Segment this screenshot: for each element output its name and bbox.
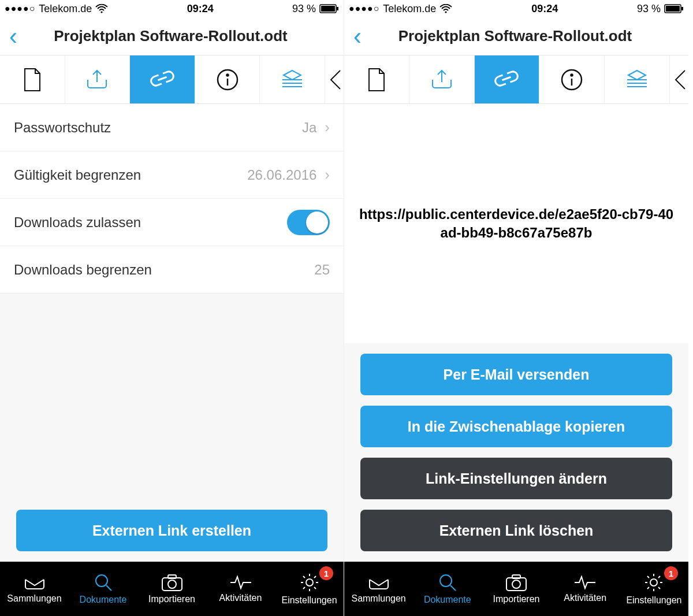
- status-bar: ●●●●○ Telekom.de 09:24 93 %: [344, 0, 688, 17]
- action-tabs: [0, 55, 344, 104]
- spacer: [0, 294, 344, 499]
- tab-file[interactable]: [344, 55, 409, 103]
- toggle-downloads[interactable]: [287, 210, 330, 235]
- page-title: Projektplan Software-Rollout.odt: [22, 27, 339, 45]
- carrier-label: Telekom.de: [39, 3, 92, 15]
- clipboard-button[interactable]: In die Zwischenablage kopieren: [360, 406, 672, 447]
- phone-left: ●●●●○ Telekom.de 09:24 93 % ‹ Projektpla…: [0, 0, 344, 616]
- svg-point-17: [440, 575, 452, 587]
- svg-point-6: [96, 575, 107, 587]
- svg-point-8: [168, 580, 176, 588]
- back-button[interactable]: ‹: [349, 24, 366, 49]
- row-value: Ja: [302, 120, 316, 136]
- battery-icon: [664, 4, 684, 13]
- tab-link[interactable]: [475, 55, 540, 103]
- notification-badge: 1: [664, 566, 678, 580]
- carrier-label: Telekom.de: [383, 3, 436, 15]
- row-downloads-limit[interactable]: Downloads begrenzen 25: [0, 246, 344, 294]
- chevron-right-icon: ›: [325, 118, 330, 136]
- row-downloads-allow: Downloads zulassen: [0, 199, 344, 246]
- tab-aktivitaeten[interactable]: Aktivitäten: [551, 562, 620, 616]
- phone-right: ●●●●○ Telekom.de 09:24 93 % ‹ Projektpla…: [344, 0, 688, 616]
- tab-sammlungen[interactable]: Sammlungen: [0, 562, 69, 616]
- svg-point-19: [512, 580, 520, 588]
- svg-rect-3: [337, 7, 338, 10]
- clock-label: 09:24: [187, 3, 214, 15]
- email-button[interactable]: Per E-Mail versenden: [360, 354, 672, 395]
- tab-einstellungen[interactable]: Einstellungen 1: [275, 562, 344, 616]
- button-area: Externen Link erstellen: [0, 499, 344, 562]
- battery-icon: [319, 4, 339, 13]
- notification-badge: 1: [319, 566, 333, 580]
- svg-point-11: [445, 11, 447, 13]
- svg-rect-13: [666, 6, 680, 12]
- wifi-icon: [95, 4, 108, 13]
- chevron-right-icon: ›: [325, 166, 330, 184]
- svg-point-0: [101, 11, 103, 13]
- tab-einstellungen[interactable]: Einstellungen 1: [620, 562, 688, 616]
- tab-share[interactable]: [65, 55, 131, 103]
- clock-label: 09:24: [531, 3, 558, 15]
- row-label: Gültigkeit begrenzen: [14, 167, 141, 183]
- tab-sammlungen[interactable]: Sammlungen: [344, 562, 413, 616]
- row-validity[interactable]: Gültigkeit begrenzen 26.06.2016›: [0, 151, 344, 199]
- link-display-area: https://public.centerdevice.de/e2ae5f20-…: [344, 104, 688, 343]
- bottom-tabbar: Sammlungen Dokumente Importieren Aktivit…: [344, 562, 688, 616]
- row-password[interactable]: Passwortschutz Ja›: [0, 104, 344, 151]
- svg-rect-14: [681, 7, 683, 10]
- tab-stack[interactable]: [260, 55, 325, 103]
- row-value: 26.06.2016: [247, 167, 316, 183]
- tab-info[interactable]: [539, 55, 605, 103]
- wifi-icon: [439, 4, 452, 13]
- tab-importieren[interactable]: Importieren: [482, 562, 550, 616]
- action-tabs: [344, 55, 688, 104]
- tab-dokumente[interactable]: Dokumente: [69, 562, 137, 616]
- svg-point-21: [650, 579, 657, 586]
- delete-link-button[interactable]: Externen Link löschen: [360, 510, 672, 551]
- row-label: Downloads begrenzen: [14, 262, 152, 278]
- tab-overflow[interactable]: [325, 55, 344, 103]
- tab-aktivitaeten[interactable]: Aktivitäten: [206, 562, 275, 616]
- tab-share[interactable]: [409, 55, 475, 103]
- nav-header: ‹ Projektplan Software-Rollout.odt: [0, 17, 344, 55]
- svg-rect-2: [321, 6, 335, 12]
- signal-dots-icon: ●●●●○: [5, 3, 35, 14]
- status-bar: ●●●●○ Telekom.de 09:24 93 %: [0, 0, 344, 17]
- row-label: Passwortschutz: [14, 120, 111, 136]
- tab-stack[interactable]: [605, 55, 670, 103]
- nav-header: ‹ Projektplan Software-Rollout.odt: [344, 17, 688, 55]
- tab-link[interactable]: [130, 55, 195, 103]
- svg-rect-9: [168, 575, 176, 578]
- link-settings-list: Passwortschutz Ja› Gültigkeit begrenzen …: [0, 104, 344, 294]
- tab-importieren[interactable]: Importieren: [137, 562, 206, 616]
- button-area: Per E-Mail versenden In die Zwischenabla…: [344, 343, 688, 562]
- signal-dots-icon: ●●●●○: [349, 3, 379, 14]
- row-label: Downloads zulassen: [14, 214, 141, 231]
- link-settings-button[interactable]: Link-Einstellungen ändern: [360, 458, 672, 499]
- create-link-button[interactable]: Externen Link erstellen: [16, 510, 327, 551]
- public-link-text[interactable]: https://public.centerdevice.de/e2ae5f20-…: [356, 205, 677, 243]
- tab-file[interactable]: [0, 55, 65, 103]
- svg-point-10: [306, 579, 313, 586]
- battery-label: 93 %: [637, 3, 661, 15]
- back-button[interactable]: ‹: [5, 24, 22, 49]
- tab-dokumente[interactable]: Dokumente: [413, 562, 482, 616]
- tab-overflow[interactable]: [670, 55, 688, 103]
- bottom-tabbar: Sammlungen Dokumente Importieren Aktivit…: [0, 562, 344, 616]
- row-value: 25: [314, 262, 330, 278]
- svg-point-16: [571, 74, 573, 76]
- svg-point-5: [226, 74, 228, 76]
- tab-info[interactable]: [195, 55, 260, 103]
- svg-rect-20: [512, 575, 520, 578]
- battery-label: 93 %: [292, 3, 316, 15]
- page-title: Projektplan Software-Rollout.odt: [366, 27, 684, 45]
